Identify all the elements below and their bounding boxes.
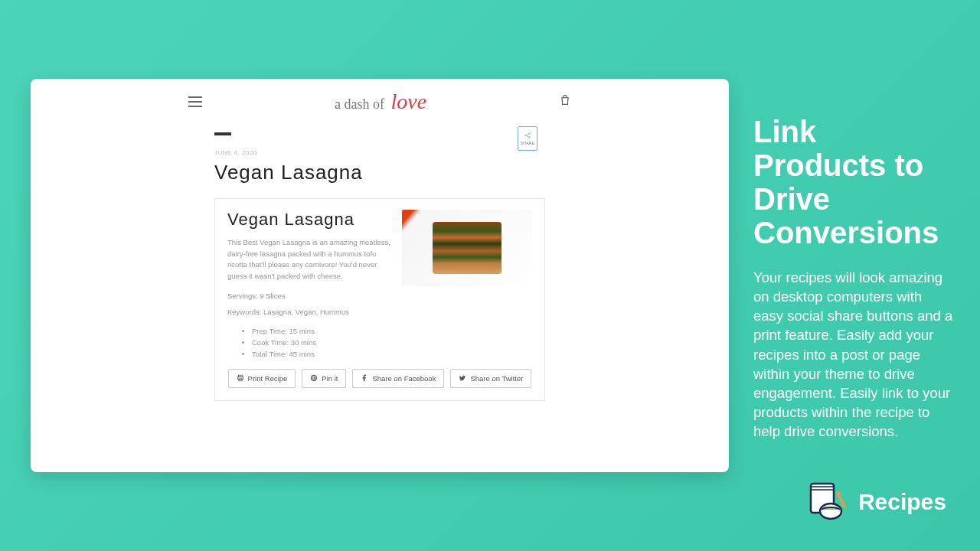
menu-icon[interactable] [188, 96, 202, 107]
cart-icon[interactable] [559, 93, 571, 110]
svg-point-2 [529, 137, 531, 139]
brand-name: Recipes [858, 489, 946, 515]
recipes-logo-icon [806, 481, 849, 523]
recipe-image [402, 210, 532, 286]
recipe-title: Vegan Lasagna [227, 210, 391, 230]
logo-prefix: a dash of [335, 96, 384, 112]
site-logo[interactable]: a dash of love [335, 90, 426, 114]
print-icon [237, 374, 244, 382]
pinterest-icon [310, 374, 318, 382]
promo-title: Link Products to Drive Conversions [753, 115, 956, 249]
svg-point-0 [525, 135, 527, 136]
recipe-keywords: Keywords: Lasagna, Vegan, Hummus [227, 308, 391, 316]
accent-bar [214, 132, 231, 135]
facebook-button[interactable]: Share on Facebook [352, 369, 444, 388]
pin-button[interactable]: Pin it [302, 369, 346, 388]
promo-panel: Link Products to Drive Conversions Your … [753, 115, 956, 441]
twitter-icon [459, 374, 466, 382]
list-item: Total Time: 45 mins [252, 350, 532, 358]
svg-point-1 [529, 133, 531, 135]
recipe-servings: Servings: 9 Slices [227, 292, 391, 300]
svg-point-8 [836, 491, 841, 496]
promo-body: Your recipes will look amazing on deskto… [753, 268, 956, 441]
recipe-card: Vegan Lasagna This Best Vegan Lasagna is… [214, 198, 545, 401]
share-buttons: Print Recipe Pin it Share on Facebook Sh… [227, 369, 532, 388]
logo-accent: love [390, 90, 426, 113]
recipe-times-list: Prep Time: 15 mins Cook Time: 30 mins To… [227, 327, 532, 358]
post-date: JUNE 4, 2020 [214, 149, 545, 156]
facebook-icon [361, 374, 368, 382]
post-content: JUNE 4, 2020 Vegan Lasagna SHARE Vegan L… [31, 125, 729, 401]
share-label: SHARE [521, 141, 535, 145]
page-title: Vegan Lasagna [214, 161, 545, 184]
share-button[interactable]: SHARE [518, 126, 537, 151]
twitter-button[interactable]: Share on Twitter [450, 369, 531, 388]
svg-point-7 [820, 504, 841, 519]
brand-badge: Recipes [806, 481, 946, 523]
lasagna-graphic [433, 222, 501, 274]
browser-preview: a dash of love JUNE 4, 2020 Vegan Lasagn… [31, 79, 729, 472]
list-item: Prep Time: 15 mins [252, 327, 532, 335]
site-header: a dash of love [31, 79, 729, 125]
print-button[interactable]: Print Recipe [228, 369, 296, 388]
list-item: Cook Time: 30 mins [252, 338, 532, 347]
recipe-description: This Best Vegan Lasagna is an amazing me… [227, 237, 391, 282]
share-icon [524, 132, 531, 139]
